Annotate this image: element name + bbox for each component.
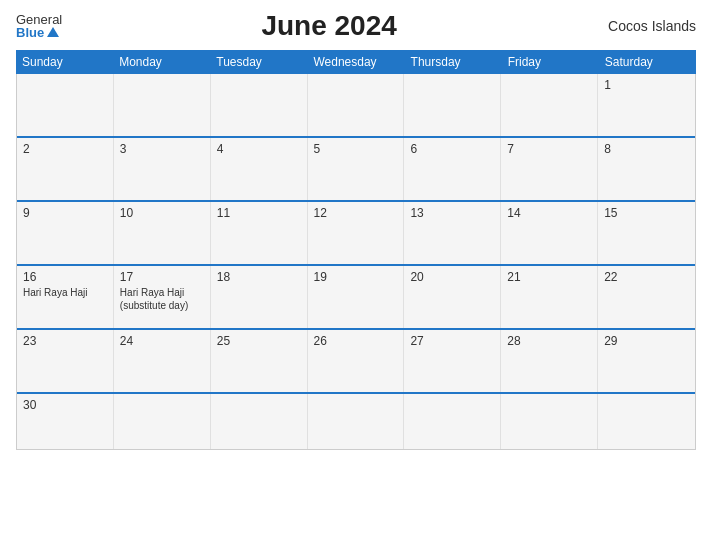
calendar-cell-w0-d2 [211,74,308,136]
day-number: 16 [23,270,107,284]
calendar-cell-w1-d2: 4 [211,138,308,200]
calendar-row-3: 9101112131415 [17,202,695,266]
calendar-cell-w5-d2 [211,394,308,449]
day-number: 8 [604,142,689,156]
calendar-cell-w3-d5: 21 [501,266,598,328]
calendar-cell-w3-d2: 18 [211,266,308,328]
day-number: 27 [410,334,494,348]
calendar-grid: 12345678910111213141516Hari Raya Haji17H… [16,74,696,450]
calendar-row-6: 30 [17,394,695,450]
day-header-thursday: Thursday [405,50,502,74]
calendar-cell-w0-d5 [501,74,598,136]
calendar-cell-w2-d5: 14 [501,202,598,264]
day-number: 7 [507,142,591,156]
calendar-row-2: 2345678 [17,138,695,202]
calendar-cell-w0-d4 [404,74,501,136]
calendar-cell-w2-d2: 11 [211,202,308,264]
calendar-cell-w4-d3: 26 [308,330,405,392]
day-number: 18 [217,270,301,284]
day-number: 25 [217,334,301,348]
calendar-cell-w4-d4: 27 [404,330,501,392]
calendar-cell-w1-d1: 3 [114,138,211,200]
day-number: 24 [120,334,204,348]
calendar-container: General Blue June 2024 Cocos Islands Sun… [0,0,712,550]
calendar-cell-w5-d6 [598,394,695,449]
calendar-cell-w2-d0: 9 [17,202,114,264]
holiday-label: Hari Raya Haji (substitute day) [120,287,188,311]
calendar-row-5: 23242526272829 [17,330,695,394]
calendar-cell-w2-d6: 15 [598,202,695,264]
day-number: 11 [217,206,301,220]
calendar-cell-w3-d3: 19 [308,266,405,328]
calendar-cell-w3-d4: 20 [404,266,501,328]
calendar-cell-w5-d3 [308,394,405,449]
day-number: 19 [314,270,398,284]
day-header-wednesday: Wednesday [307,50,404,74]
day-number: 9 [23,206,107,220]
day-number: 13 [410,206,494,220]
logo-blue-text: Blue [16,26,62,39]
calendar-cell-w2-d4: 13 [404,202,501,264]
day-number: 26 [314,334,398,348]
calendar-cell-w5-d5 [501,394,598,449]
calendar-cell-w1-d0: 2 [17,138,114,200]
calendar-cell-w1-d3: 5 [308,138,405,200]
day-number: 4 [217,142,301,156]
logo: General Blue [16,13,62,39]
day-number: 10 [120,206,204,220]
day-number: 29 [604,334,689,348]
day-number: 30 [23,398,107,412]
day-number: 5 [314,142,398,156]
day-header-saturday: Saturday [599,50,696,74]
calendar-cell-w5-d4 [404,394,501,449]
calendar-row-4: 16Hari Raya Haji17Hari Raya Haji (substi… [17,266,695,330]
day-header-tuesday: Tuesday [210,50,307,74]
calendar-cell-w2-d3: 12 [308,202,405,264]
calendar-cell-w1-d4: 6 [404,138,501,200]
day-number: 28 [507,334,591,348]
calendar-cell-w4-d1: 24 [114,330,211,392]
day-headers-row: Sunday Monday Tuesday Wednesday Thursday… [16,50,696,74]
calendar-cell-w4-d2: 25 [211,330,308,392]
day-number: 3 [120,142,204,156]
calendar-cell-w3-d6: 22 [598,266,695,328]
calendar-cell-w0-d0 [17,74,114,136]
calendar-title: June 2024 [62,10,596,42]
day-number: 17 [120,270,204,284]
calendar-cell-w5-d0: 30 [17,394,114,449]
calendar-cell-w1-d5: 7 [501,138,598,200]
day-header-sunday: Sunday [16,50,113,74]
calendar-cell-w4-d5: 28 [501,330,598,392]
calendar-cell-w1-d6: 8 [598,138,695,200]
day-number: 12 [314,206,398,220]
calendar-cell-w0-d1 [114,74,211,136]
day-number: 22 [604,270,689,284]
calendar-cell-w0-d6: 1 [598,74,695,136]
calendar-header: General Blue June 2024 Cocos Islands [16,10,696,42]
region-label: Cocos Islands [596,18,696,34]
calendar-cell-w2-d1: 10 [114,202,211,264]
day-number: 23 [23,334,107,348]
calendar-row-1: 1 [17,74,695,138]
day-header-monday: Monday [113,50,210,74]
calendar-cell-w5-d1 [114,394,211,449]
day-number: 2 [23,142,107,156]
day-number: 21 [507,270,591,284]
calendar-cell-w3-d1: 17Hari Raya Haji (substitute day) [114,266,211,328]
holiday-label: Hari Raya Haji [23,287,87,298]
logo-triangle-icon [47,27,59,37]
day-number: 14 [507,206,591,220]
calendar-cell-w3-d0: 16Hari Raya Haji [17,266,114,328]
calendar-cell-w4-d0: 23 [17,330,114,392]
day-number: 20 [410,270,494,284]
day-number: 6 [410,142,494,156]
calendar-cell-w4-d6: 29 [598,330,695,392]
calendar-cell-w0-d3 [308,74,405,136]
day-number: 1 [604,78,689,92]
day-header-friday: Friday [502,50,599,74]
day-number: 15 [604,206,689,220]
